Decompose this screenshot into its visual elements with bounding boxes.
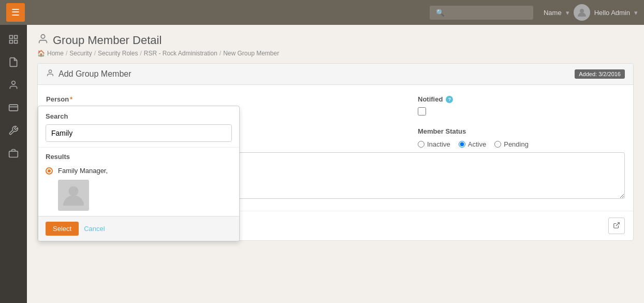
notified-checkbox[interactable] (418, 107, 426, 116)
added-badge: Added: 3/2/2016 (575, 69, 625, 79)
form-row: Person* ▾ ✕ (46, 95, 625, 148)
breadcrumb-home[interactable]: Home (47, 50, 64, 57)
svg-point-5 (12, 81, 16, 85)
user-info: Name ▾ Hello Admin ▾ (544, 4, 638, 21)
status-pending-radio[interactable] (494, 141, 501, 148)
result-name: Family Manager, (58, 167, 108, 175)
svg-point-10 (49, 70, 51, 73)
list-item[interactable]: Family Manager, (46, 165, 232, 177)
panel-body: Person* ▾ ✕ (38, 85, 633, 211)
add-group-member-panel: Add Group Member Added: 3/2/2016 Person* (37, 63, 634, 241)
sidebar-item-tools[interactable] (3, 120, 24, 141)
search-dropdown: Search Results Family Manager, (38, 106, 240, 241)
sidebar-item-documents[interactable] (3, 52, 24, 73)
status-active[interactable]: Active (459, 140, 486, 148)
svg-rect-4 (14, 40, 18, 44)
notified-label-text: Notified (418, 95, 443, 103)
status-pending-label: Pending (504, 140, 529, 148)
page-header: Group Member Detail 🏠 Home / Security / … (37, 33, 634, 57)
info-icon: ? (446, 96, 453, 103)
status-inactive-label: Inactive (427, 140, 450, 148)
svg-point-9 (41, 35, 45, 38)
breadcrumb-home-icon: 🏠 (37, 50, 45, 57)
content-area: Group Member Detail 🏠 Home / Security / … (27, 25, 644, 303)
sidebar (0, 25, 27, 303)
menu-button[interactable]: ☰ (6, 3, 25, 22)
breadcrumb-rsr[interactable]: RSR - Rock Administration (144, 50, 217, 57)
form-right-col: Notified ? Member Status Inacti (418, 95, 625, 148)
svg-rect-8 (9, 151, 18, 157)
page-title: Group Member Detail (37, 33, 634, 48)
avatar (574, 4, 590, 21)
search-input[interactable] (430, 6, 533, 20)
note-group (224, 152, 625, 200)
top-navigation: ☰ Name ▾ Hello Admin ▾ (0, 0, 644, 25)
results-section: Results Family Manager, (38, 148, 239, 216)
svg-rect-1 (10, 36, 13, 39)
note-textarea[interactable] (228, 152, 625, 199)
sidebar-item-finance[interactable] (3, 97, 24, 118)
breadcrumb-sep3: / (140, 50, 141, 57)
cancel-button[interactable]: Cancel (84, 225, 105, 233)
svg-point-0 (580, 9, 584, 13)
external-link-button[interactable] (608, 218, 625, 234)
status-inactive[interactable]: Inactive (418, 140, 450, 148)
member-status-section: Member Status Inactive Active (418, 127, 625, 148)
status-active-label: Active (468, 140, 486, 148)
sidebar-item-briefcase[interactable] (3, 143, 24, 164)
results-label: Results (46, 153, 232, 161)
search-section: Search (38, 106, 239, 148)
notified-label: Notified ? (418, 95, 625, 103)
breadcrumb: 🏠 Home / Security / Security Roles / RSR… (37, 50, 634, 57)
result-radio[interactable] (46, 167, 53, 175)
sidebar-item-person[interactable] (3, 75, 24, 95)
svg-rect-6 (9, 105, 18, 111)
panel-title: Add Group Member (46, 69, 131, 79)
person-icon (37, 33, 49, 48)
status-radio-group: Inactive Active Pending (418, 140, 625, 148)
dropdown-footer: Select Cancel (38, 216, 239, 241)
sidebar-item-dashboard[interactable] (3, 29, 24, 50)
notified-section: Notified ? (418, 95, 625, 117)
breadcrumb-sep1: / (66, 50, 67, 57)
status-active-radio[interactable] (459, 141, 465, 148)
form-left-col: Person* ▾ ✕ (46, 95, 405, 148)
svg-point-12 (68, 186, 78, 196)
external-link-icon (613, 222, 620, 230)
breadcrumb-current: New Group Member (223, 50, 279, 57)
panel-header: Add Group Member Added: 3/2/2016 (38, 64, 633, 85)
svg-line-13 (616, 222, 619, 225)
person-field-group: Person* ▾ ✕ (46, 95, 405, 124)
search-input-field[interactable] (46, 124, 232, 142)
user-name-label[interactable]: Name (544, 9, 562, 17)
required-indicator: * (70, 95, 72, 103)
result-avatar (58, 180, 89, 211)
panel-icon (46, 69, 54, 79)
svg-rect-3 (10, 40, 13, 44)
search-label: Search (46, 112, 232, 120)
breadcrumb-sep4: / (219, 50, 221, 57)
member-status-label: Member Status (418, 127, 625, 135)
status-inactive-radio[interactable] (418, 141, 425, 148)
svg-rect-2 (14, 36, 18, 39)
breadcrumb-security[interactable]: Security (69, 50, 92, 57)
person-label: Person* (46, 95, 405, 103)
page-title-text: Group Member Detail (53, 34, 162, 47)
hello-label: Hello Admin (594, 9, 630, 17)
breadcrumb-security-roles[interactable]: Security Roles (98, 50, 138, 57)
status-pending[interactable]: Pending (494, 140, 529, 148)
breadcrumb-sep2: / (94, 50, 96, 57)
select-button[interactable]: Select (46, 222, 79, 236)
panel-title-text: Add Group Member (58, 69, 131, 79)
